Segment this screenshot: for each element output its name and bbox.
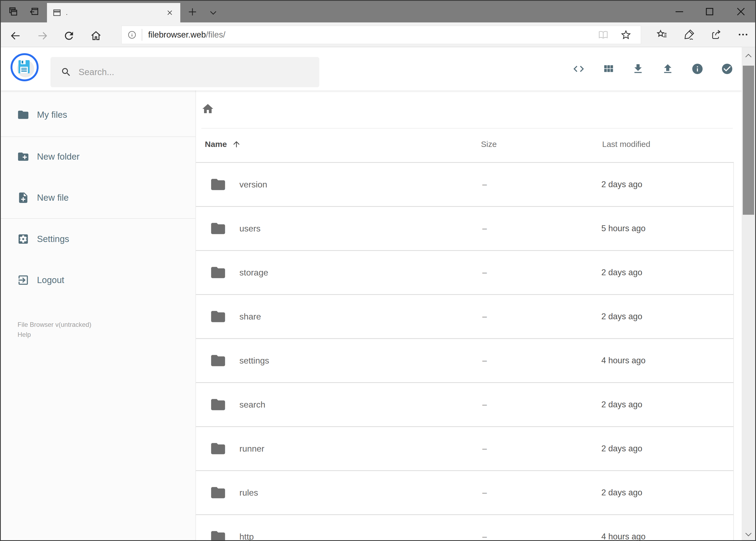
- share-icon[interactable]: [710, 29, 722, 41]
- folder-icon: [210, 176, 226, 193]
- back-icon[interactable]: [9, 30, 22, 42]
- tab-title: .: [66, 9, 166, 16]
- sidebar-item-label: My files: [37, 110, 67, 120]
- file-modified: 4 hours ago: [601, 515, 645, 541]
- help-link[interactable]: Help: [18, 329, 91, 339]
- new-tab-icon[interactable]: [187, 6, 198, 17]
- code-icon[interactable]: [573, 63, 585, 75]
- header-actions: [573, 47, 733, 91]
- annotate-pen-icon[interactable]: [683, 29, 695, 41]
- settings-icon: [17, 233, 29, 245]
- browser-toolbar: filebrowser.web/files/: [1, 22, 755, 47]
- scroll-down-icon[interactable]: [744, 529, 753, 539]
- file-modified: 5 hours ago: [601, 207, 645, 250]
- app-header: [1, 47, 742, 91]
- urlbar-divider: [142, 29, 142, 41]
- file-row[interactable]: search – 2 days ago: [196, 383, 733, 427]
- hub-icon[interactable]: [656, 29, 668, 41]
- grid-view-icon[interactable]: [602, 63, 615, 75]
- refresh-icon[interactable]: [63, 30, 75, 42]
- breadcrumb-home-icon[interactable]: [201, 102, 214, 115]
- file-row[interactable]: users – 5 hours ago: [196, 207, 733, 251]
- sidebar-item-my-files[interactable]: My files: [1, 104, 195, 126]
- column-header-size[interactable]: Size: [481, 136, 497, 153]
- file-row[interactable]: rules – 2 days ago: [196, 471, 733, 515]
- sidebar-item-label: New file: [37, 193, 69, 203]
- reading-view-icon[interactable]: [598, 29, 609, 41]
- set-tabs-aside-icon[interactable]: [28, 6, 39, 17]
- folder-icon: [210, 440, 226, 457]
- file-name: http: [239, 515, 254, 541]
- file-modified: 2 days ago: [601, 295, 642, 338]
- sidebar-item-label: New folder: [37, 152, 80, 162]
- minimize-icon[interactable]: [673, 5, 686, 18]
- file-row[interactable]: settings – 4 hours ago: [196, 339, 733, 383]
- file-modified: 4 hours ago: [601, 339, 645, 382]
- file-browser-page: My files New folder New file Settings: [1, 47, 755, 541]
- file-row[interactable]: share – 2 days ago: [196, 295, 733, 339]
- page-icon: [52, 8, 62, 17]
- folder-icon: [210, 484, 226, 501]
- sidebar: My files New folder New file Settings: [1, 91, 196, 541]
- file-listing-area: Name Size Last modified version – 2 days…: [196, 91, 755, 541]
- new-file-icon: [17, 192, 29, 204]
- version-link[interactable]: File Browser v(untracked): [18, 319, 91, 329]
- folder-icon: [210, 220, 226, 237]
- info-circle-icon[interactable]: [691, 63, 704, 75]
- sidebar-divider: [1, 136, 195, 137]
- home-icon[interactable]: [90, 30, 102, 42]
- favorite-star-icon[interactable]: [620, 29, 631, 41]
- sidebar-item-logout[interactable]: Logout: [1, 269, 195, 291]
- folder-icon: [210, 396, 226, 413]
- file-row[interactable]: http – 4 hours ago: [196, 515, 733, 541]
- browser-titlebar: .: [1, 1, 755, 22]
- download-icon[interactable]: [632, 63, 644, 75]
- file-size: –: [482, 163, 487, 206]
- upload-icon[interactable]: [661, 63, 674, 75]
- sort-ascending-icon: [232, 140, 241, 149]
- file-row[interactable]: version – 2 days ago: [196, 163, 733, 207]
- content-area: My files New folder New file Settings: [1, 91, 755, 541]
- sidebar-item-new-folder[interactable]: New folder: [1, 146, 195, 168]
- ellipsis-icon[interactable]: [737, 29, 749, 41]
- folder-icon: [210, 264, 226, 281]
- url-bar[interactable]: filebrowser.web/files/: [122, 26, 641, 44]
- url-path: /files/: [206, 30, 225, 39]
- sidebar-item-settings[interactable]: Settings: [1, 228, 195, 250]
- close-tab-icon[interactable]: [166, 9, 174, 17]
- sidebar-item-label: Logout: [37, 275, 64, 285]
- filebrowser-logo-icon[interactable]: [11, 53, 39, 81]
- search-input[interactable]: [78, 67, 295, 78]
- file-size: –: [482, 515, 487, 541]
- sidebar-divider: [1, 218, 195, 219]
- tab-preview-icon[interactable]: [7, 6, 18, 17]
- column-header-name[interactable]: Name: [205, 136, 241, 153]
- column-header-modified[interactable]: Last modified: [602, 136, 650, 153]
- file-row[interactable]: runner – 2 days ago: [196, 427, 733, 471]
- column-headers: Name Size Last modified: [196, 136, 733, 153]
- close-window-icon[interactable]: [734, 5, 747, 18]
- select-check-icon[interactable]: [721, 63, 733, 75]
- file-name: rules: [239, 471, 258, 514]
- search-box[interactable]: [51, 57, 319, 87]
- forward-icon[interactable]: [36, 30, 49, 42]
- file-modified: 2 days ago: [601, 251, 642, 294]
- file-modified: 2 days ago: [601, 383, 642, 426]
- tab-dropdown-icon[interactable]: [208, 8, 218, 18]
- scroll-up-icon[interactable]: [744, 51, 753, 61]
- file-row[interactable]: storage – 2 days ago: [196, 251, 733, 295]
- folder-icon: [210, 528, 226, 541]
- file-size: –: [482, 295, 487, 338]
- site-info-icon[interactable]: [127, 30, 137, 40]
- browser-tab[interactable]: .: [47, 3, 180, 22]
- sidebar-item-new-file[interactable]: New file: [1, 187, 195, 209]
- folder-icon: [17, 109, 29, 121]
- scrollbar-thumb[interactable]: [743, 66, 754, 215]
- new-folder-icon: [17, 151, 29, 163]
- page-scrollbar[interactable]: [742, 47, 755, 541]
- file-size: –: [482, 251, 487, 294]
- breadcrumb-divider: [201, 128, 733, 129]
- file-size: –: [482, 427, 487, 470]
- maximize-icon[interactable]: [703, 5, 716, 18]
- search-icon: [61, 67, 72, 78]
